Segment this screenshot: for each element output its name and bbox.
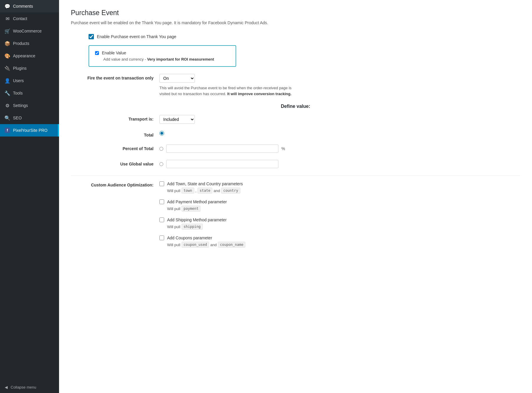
sidebar-item-label: Users bbox=[13, 78, 24, 83]
enable-purchase-label[interactable]: Enable Purchase event on Thank You page bbox=[97, 34, 176, 39]
sidebar-item-label: Plugins bbox=[13, 66, 27, 71]
users-icon: 👤 bbox=[5, 78, 10, 83]
enable-value-box: Enable Value Add value and currency - Ve… bbox=[89, 45, 236, 67]
fire-event-row: Fire the event on transaction only On Of… bbox=[71, 74, 520, 97]
cao-option-label-3: Add Shipping Method parameter bbox=[167, 217, 227, 222]
fire-event-label: Fire the event on transaction only bbox=[71, 74, 154, 80]
code-tag-coupon-used: coupon_used bbox=[182, 242, 209, 248]
cao-checkbox-coupons[interactable] bbox=[159, 236, 164, 240]
cao-option-coupons: Add Coupons parameter Will pull coupon_u… bbox=[159, 236, 520, 248]
code-tag-payment: payment bbox=[182, 206, 201, 212]
sidebar-item-contact[interactable]: ✉ Contact bbox=[0, 12, 59, 25]
cao-option-desc-3: Will pull shipping bbox=[167, 224, 520, 230]
sidebar-item-products[interactable]: 📦 Products bbox=[0, 37, 59, 50]
sidebar-item-label: Contact bbox=[13, 16, 27, 21]
total-label: Total bbox=[71, 131, 154, 137]
collapse-menu-button[interactable]: ◀ Collapse menu bbox=[0, 381, 59, 393]
sidebar-item-appearance[interactable]: 🎨 Appearance bbox=[0, 50, 59, 62]
define-value-heading: Define value: bbox=[71, 104, 520, 109]
pixelyoursite-icon: f bbox=[5, 128, 10, 133]
sidebar-item-comments[interactable]: 💬 Comments bbox=[0, 0, 59, 12]
cao-option-label-1: Add Town, State and Country parameters bbox=[167, 181, 243, 186]
products-icon: 📦 bbox=[5, 41, 10, 46]
sidebar-item-woocommerce[interactable]: 🛒 WooCommerce bbox=[0, 25, 59, 37]
contact-icon: ✉ bbox=[5, 16, 10, 21]
settings-icon: ⚙ bbox=[5, 103, 10, 108]
cao-option-row-2: Add Payment Method parameter bbox=[159, 199, 520, 204]
total-control bbox=[159, 131, 520, 136]
global-value-row: Use Global value bbox=[71, 160, 520, 168]
code-tag-coupon-name: coupon_name bbox=[218, 242, 245, 248]
global-value-label: Use Global value bbox=[71, 160, 154, 166]
code-tag-shipping: shipping bbox=[182, 224, 203, 230]
sidebar-item-users[interactable]: 👤 Users bbox=[0, 74, 59, 87]
page-description: Purchase event will be enabled on the Th… bbox=[71, 20, 520, 25]
cao-option-desc-2: Will pull payment bbox=[167, 206, 520, 212]
fire-event-select[interactable]: On Off bbox=[159, 74, 195, 83]
percent-row: Percent of Total % bbox=[71, 144, 520, 153]
divider bbox=[71, 175, 520, 176]
global-value-control bbox=[159, 160, 520, 168]
sidebar: 💬 Comments ✉ Contact 🛒 WooCommerce 📦 Pro… bbox=[0, 0, 59, 393]
enable-value-row: Enable Value bbox=[95, 51, 230, 55]
main-content: Purchase Event Purchase event will be en… bbox=[59, 0, 532, 393]
tools-icon: 🔧 bbox=[5, 90, 10, 96]
cao-label: Custom Audience Optimization: bbox=[71, 181, 154, 187]
transport-label: Transport is: bbox=[71, 115, 154, 121]
sidebar-item-label: Products bbox=[13, 41, 29, 46]
global-value-input[interactable] bbox=[166, 160, 278, 168]
seo-icon: 🔍 bbox=[5, 115, 10, 121]
percent-input[interactable] bbox=[166, 144, 278, 153]
total-radio[interactable] bbox=[159, 131, 164, 136]
sidebar-item-label: Comments bbox=[13, 4, 33, 9]
cao-option-payment-method: Add Payment Method parameter Will pull p… bbox=[159, 199, 520, 212]
percent-label: Percent of Total bbox=[71, 144, 154, 151]
enable-value-desc-normal: Add value and currency - bbox=[103, 57, 147, 61]
cao-options: Add Town, State and Country parameters W… bbox=[159, 181, 520, 254]
sidebar-item-settings[interactable]: ⚙ Settings bbox=[0, 99, 59, 112]
enable-purchase-row: Enable Purchase event on Thank You page bbox=[89, 34, 520, 39]
cao-row: Custom Audience Optimization: Add Town, … bbox=[71, 181, 520, 254]
code-tag-town: town bbox=[182, 188, 194, 194]
enable-purchase-checkbox[interactable] bbox=[89, 34, 94, 39]
appearance-icon: 🎨 bbox=[5, 53, 10, 59]
sidebar-item-plugins[interactable]: 🔌 Plugins bbox=[0, 62, 59, 74]
cao-checkbox-payment-method[interactable] bbox=[159, 199, 164, 204]
sidebar-item-tools[interactable]: 🔧 Tools bbox=[0, 87, 59, 99]
collapse-icon: ◀ bbox=[5, 385, 8, 389]
sidebar-item-label: Appearance bbox=[13, 53, 35, 58]
woocommerce-icon: 🛒 bbox=[5, 28, 10, 34]
enable-value-desc-bold: Very important for ROI measurement bbox=[147, 57, 214, 61]
transport-control: Included Excluded bbox=[159, 115, 520, 124]
enable-value-checkbox[interactable] bbox=[95, 51, 99, 55]
percent-control: % bbox=[159, 144, 520, 153]
sidebar-item-label: PixelYourSite PRO bbox=[13, 128, 48, 133]
plugins-icon: 🔌 bbox=[5, 66, 10, 71]
page-title: Purchase Event bbox=[71, 9, 520, 17]
percent-radio[interactable] bbox=[159, 147, 163, 151]
cao-option-desc-4: Will pull coupon_used and coupon_name bbox=[167, 242, 520, 248]
cao-option-row-4: Add Coupons parameter bbox=[159, 236, 520, 240]
collapse-label: Collapse menu bbox=[11, 385, 36, 389]
transport-select[interactable]: Included Excluded bbox=[159, 115, 195, 124]
cao-checkbox-town-state-country[interactable] bbox=[159, 181, 164, 186]
cao-option-row-1: Add Town, State and Country parameters bbox=[159, 181, 520, 186]
sidebar-item-seo[interactable]: 🔍 SEO bbox=[0, 112, 59, 124]
total-row: Total bbox=[71, 131, 520, 137]
cao-option-row-3: Add Shipping Method parameter bbox=[159, 217, 520, 222]
cao-option-label-2: Add Payment Method parameter bbox=[167, 199, 227, 204]
fire-event-desc-bold: It will improve conversion tracking. bbox=[227, 92, 291, 96]
transport-row: Transport is: Included Excluded bbox=[71, 115, 520, 124]
cao-option-label-4: Add Coupons parameter bbox=[167, 236, 212, 240]
cao-option-shipping-method: Add Shipping Method parameter Will pull … bbox=[159, 217, 520, 230]
percent-symbol: % bbox=[281, 146, 285, 151]
sidebar-item-pixelyoursite[interactable]: f PixelYourSite PRO bbox=[0, 124, 59, 137]
sidebar-item-label: SEO bbox=[13, 116, 22, 120]
sidebar-item-label: Tools bbox=[13, 91, 23, 95]
fire-event-control: On Off This will avoid the Purchase even… bbox=[159, 74, 520, 97]
sidebar-item-label: Settings bbox=[13, 103, 28, 108]
global-value-radio[interactable] bbox=[159, 162, 163, 166]
enable-value-description: Add value and currency - Very important … bbox=[103, 57, 230, 61]
cao-checkbox-shipping-method[interactable] bbox=[159, 217, 164, 222]
code-tag-country: country bbox=[221, 188, 240, 194]
